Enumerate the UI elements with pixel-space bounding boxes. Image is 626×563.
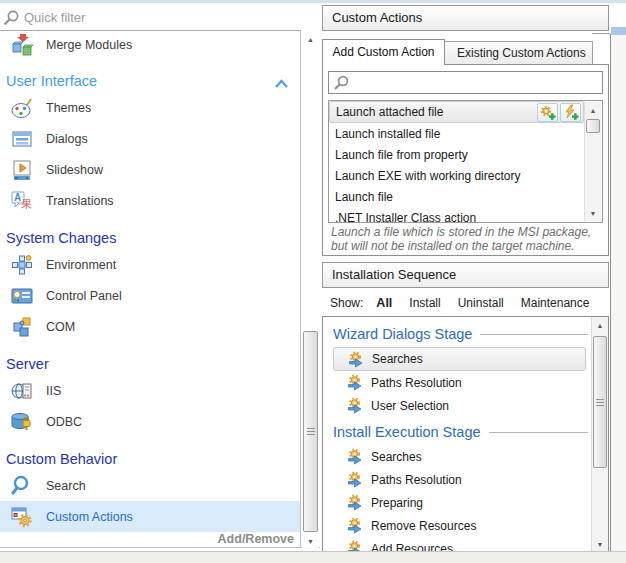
list-item-net-installer-class[interactable]: .NET Installer Class action xyxy=(329,207,584,223)
sequence-item-remove-resources[interactable]: Remove Resources xyxy=(333,514,588,537)
sidebar-group-user-interface[interactable]: User Interface xyxy=(0,59,300,92)
list-item-launch-exe-working-directory[interactable]: Launch EXE with working directory xyxy=(329,165,584,186)
add-action-run-button[interactable] xyxy=(560,103,581,122)
group-label: System Changes xyxy=(6,230,116,246)
list-item-launch-attached-file[interactable]: Launch attached file xyxy=(329,101,584,123)
sequence-item-label: User Selection xyxy=(371,399,449,413)
sequence-item-label: Paths Resolution xyxy=(371,376,462,390)
sidebar-group-custom-behavior[interactable]: Custom Behavior xyxy=(0,437,300,470)
scroll-up-button[interactable]: ▲ xyxy=(585,102,601,118)
custom-actions-icon xyxy=(10,506,33,528)
control-panel-icon xyxy=(10,285,33,307)
sequence-item-searches-2[interactable]: Searches xyxy=(333,445,588,468)
sidebar-item-themes[interactable]: Themes xyxy=(0,92,300,123)
sidebar-item-com[interactable]: COM xyxy=(0,311,300,342)
odbc-icon xyxy=(10,411,33,433)
scrollbar-thumb[interactable] xyxy=(303,331,318,532)
list-item-launch-file-from-property[interactable]: Launch file from property xyxy=(329,144,584,165)
sequence-filter-row: Show: All Install Uninstall Maintenance xyxy=(322,292,609,314)
sidebar-item-label: Translations xyxy=(46,194,114,208)
sidebar-item-label: COM xyxy=(46,320,75,334)
action-search-input[interactable] xyxy=(353,74,599,91)
group-label: Custom Behavior xyxy=(6,451,117,467)
sequence-item-paths-resolution-2[interactable]: Paths Resolution xyxy=(333,468,588,491)
stage-title: Install Execution Stage xyxy=(333,424,481,440)
tab-add-custom-action[interactable]: Add Custom Action xyxy=(322,39,445,65)
scrollbar-thumb[interactable] xyxy=(586,119,600,133)
search-icon xyxy=(331,74,351,93)
sequence-item-paths-resolution[interactable]: Paths Resolution xyxy=(333,371,588,394)
add-custom-action-pane: Launch attached file xyxy=(322,64,609,256)
list-item-label: .NET Installer Class action xyxy=(335,211,476,224)
gear-arrow-icon xyxy=(347,448,363,465)
sequence-scrollbar[interactable]: ▲ ▼ xyxy=(591,317,608,552)
sidebar-item-label: Search xyxy=(46,479,86,493)
right-edge-strip xyxy=(611,35,626,563)
lightning-plus-icon xyxy=(562,104,579,121)
filter-install[interactable]: Install xyxy=(409,296,440,310)
scroll-up-button[interactable]: ▲ xyxy=(302,31,319,47)
tab-existing-custom-actions[interactable]: Existing Custom Actions xyxy=(445,41,593,64)
scroll-down-button[interactable]: ▼ xyxy=(592,536,608,552)
show-label: Show: xyxy=(330,296,363,310)
chevron-up-icon[interactable] xyxy=(273,78,290,89)
sequence-item-searches[interactable]: Searches xyxy=(333,347,586,371)
add-remove-toggle[interactable]: Add/Remove xyxy=(0,532,294,546)
environment-icon xyxy=(10,254,33,276)
action-search-box xyxy=(328,71,603,94)
iis-icon xyxy=(10,380,33,402)
bottom-status-strip xyxy=(0,551,626,563)
themes-icon xyxy=(10,97,33,119)
add-action-gear-button[interactable] xyxy=(537,103,558,122)
sidebar-item-dialogs[interactable]: Dialogs xyxy=(0,123,300,154)
scrollbar-thumb[interactable] xyxy=(593,336,607,468)
quick-filter-bar xyxy=(0,3,301,31)
sidebar-item-search[interactable]: Search xyxy=(0,470,300,501)
sidebar-item-custom-actions[interactable]: Custom Actions xyxy=(0,501,300,532)
right-edge-highlight xyxy=(611,27,626,35)
sidebar-item-odbc[interactable]: ODBC xyxy=(0,406,300,437)
translations-icon: A 果 xyxy=(10,190,33,212)
sidebar-item-slideshow[interactable]: Slideshow xyxy=(0,154,300,185)
gear-arrow-icon xyxy=(347,471,363,488)
list-item-label: Launch file from property xyxy=(335,148,468,162)
sequence-item-user-selection[interactable]: User Selection xyxy=(333,394,588,417)
stage-header-install-execution: Install Execution Stage xyxy=(333,419,588,445)
sidebar-item-label: Environment xyxy=(46,258,116,272)
action-list-scrollbar[interactable]: ▲ ▼ xyxy=(584,102,601,221)
list-item-launch-installed-file[interactable]: Launch installed file xyxy=(329,123,584,144)
sequence-item-label: Preparing xyxy=(371,496,423,510)
slideshow-icon xyxy=(10,159,33,181)
sidebar-item-label: Custom Actions xyxy=(46,510,133,524)
gear-arrow-icon xyxy=(347,494,363,511)
stage-header-wizard-dialogs: Wizard Dialogs Stage xyxy=(333,321,588,347)
sidebar-group-system-changes[interactable]: System Changes xyxy=(0,216,300,249)
sidebar-item-label: Slideshow xyxy=(46,163,103,177)
sidebar-item-control-panel[interactable]: Control Panel xyxy=(0,280,300,311)
sidebar-item-environment[interactable]: Environment xyxy=(0,249,300,280)
scroll-down-button[interactable]: ▼ xyxy=(585,205,601,221)
filter-uninstall[interactable]: Uninstall xyxy=(458,296,504,310)
sequence-item-label: Searches xyxy=(371,450,422,464)
scroll-down-button[interactable]: ▼ xyxy=(302,533,319,549)
sidebar-item-label: IIS xyxy=(46,384,61,398)
sequence-item-add-resources[interactable]: Add Resources xyxy=(333,537,588,552)
list-item-launch-file[interactable]: Launch file xyxy=(329,186,584,207)
quick-filter-input[interactable] xyxy=(22,7,282,27)
sidebar-group-server[interactable]: Server xyxy=(0,342,300,375)
sidebar-item-merge-modules[interactable]: Merge Modules xyxy=(0,31,300,59)
filter-all[interactable]: All xyxy=(376,296,392,310)
action-description: Launch a file which is stored in the MSI… xyxy=(331,226,601,253)
list-item-label: Launch installed file xyxy=(335,127,440,141)
group-label: Server xyxy=(6,356,49,372)
dialogs-icon xyxy=(10,128,33,150)
right-edge-line xyxy=(592,33,610,34)
search-icon xyxy=(1,8,21,30)
sidebar-scrollbar[interactable]: ▲ ▼ xyxy=(302,31,319,550)
sequence-item-preparing[interactable]: Preparing xyxy=(333,491,588,514)
left-panel-divider xyxy=(0,547,320,548)
scroll-up-button[interactable]: ▲ xyxy=(592,317,608,333)
sidebar-item-iis[interactable]: IIS xyxy=(0,375,300,406)
filter-maintenance[interactable]: Maintenance xyxy=(521,296,590,310)
sidebar-item-translations[interactable]: A 果 Translations xyxy=(0,185,300,216)
